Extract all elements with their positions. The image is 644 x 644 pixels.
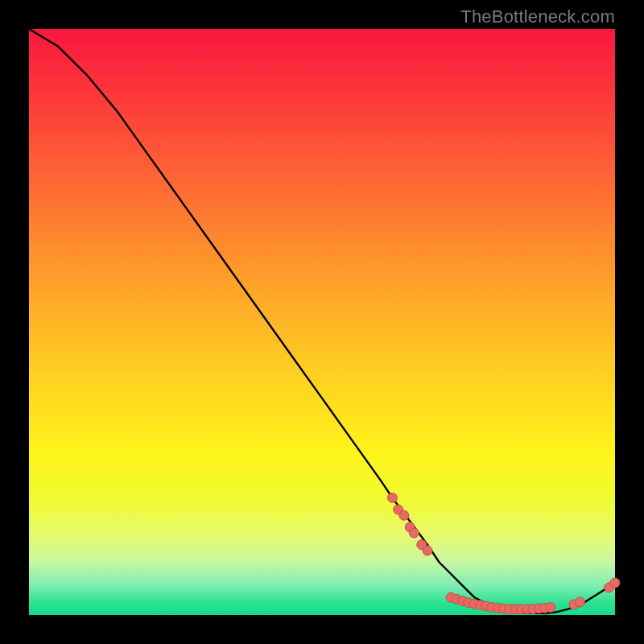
data-marker	[546, 603, 555, 613]
data-marker	[387, 493, 397, 502]
plot-area	[29, 29, 615, 615]
data-marker	[409, 528, 419, 538]
chart-overlay	[29, 29, 615, 615]
data-marker	[423, 546, 432, 555]
data-marker	[399, 510, 409, 520]
chart-frame: TheBottleneck.com	[0, 0, 644, 644]
data-marker	[610, 578, 620, 588]
watermark-text: TheBottleneck.com	[460, 6, 615, 27]
bottleneck-curve	[29, 29, 615, 613]
data-marker	[575, 597, 584, 607]
data-markers	[387, 493, 620, 613]
